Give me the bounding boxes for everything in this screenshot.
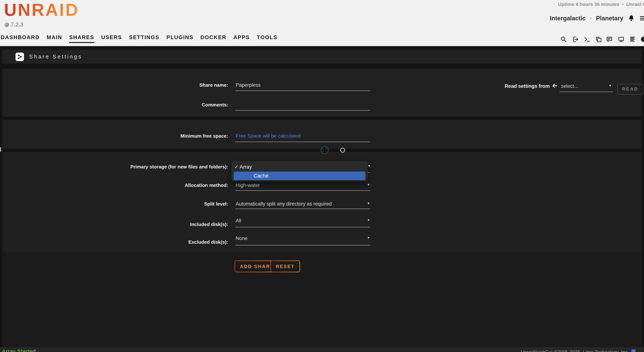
bell-icon[interactable] <box>628 15 635 22</box>
user-profile-icon[interactable] <box>640 36 644 43</box>
included-disks-label: Included disk(s): <box>0 221 228 228</box>
share-name-underline <box>235 90 370 91</box>
form-section-identity <box>2 69 642 116</box>
copyright-text: Unraid/webGui ©2005-2025, Lime Technolog… <box>521 349 629 352</box>
primary-storage-dropdown-menu: ✓ Array Cache <box>232 162 367 181</box>
page-title: Share Settings <box>29 54 82 60</box>
chevron-down-icon[interactable]: ▼ <box>367 218 370 222</box>
chevron-down-icon[interactable]: ▼ <box>367 202 370 205</box>
server-name: Intergalactic <box>550 15 586 22</box>
search-icon[interactable] <box>560 36 567 43</box>
chevron-down-icon[interactable]: ▼ <box>367 236 370 240</box>
split-level-underline <box>235 209 370 209</box>
sign-out-icon[interactable] <box>572 36 579 43</box>
reset-button[interactable]: RESET <box>270 260 300 272</box>
excluded-disks-select[interactable]: None <box>236 235 248 242</box>
nav-utility-icons <box>0 36 644 44</box>
move-cursor-icon <box>320 146 329 154</box>
min-free-space-label: Minimum free space: <box>0 133 228 139</box>
uptime-text: Uptime 4 hours 36 minutes <box>558 2 619 7</box>
server-description: Planetary <box>596 15 623 22</box>
min-free-space-input[interactable]: Free Space will be calculated <box>236 133 300 139</box>
share-name-input[interactable]: Paperpless <box>236 82 260 88</box>
page-titlebar: Share Settings <box>2 50 642 64</box>
comments-label: Comments: <box>0 102 228 108</box>
min-free-space-underline <box>235 142 370 142</box>
chevron-down-icon[interactable]: ▼ <box>608 84 612 88</box>
arrow-left-icon <box>552 83 558 90</box>
terminal-icon[interactable] <box>584 36 591 43</box>
separator-dot: • <box>622 2 624 7</box>
dropdown-option-cache[interactable]: Cache <box>234 172 365 180</box>
version-dot-icon <box>4 22 9 27</box>
split-level-select[interactable]: Automatically split any directory as req… <box>236 201 332 207</box>
footer: Array Started Unraid/webGui ©2005-2025, … <box>0 347 644 352</box>
os-edition-text: Unraid OS Starter <box>626 2 644 7</box>
monitor-icon[interactable] <box>618 36 625 43</box>
allocation-method-select[interactable]: High-water <box>236 182 260 188</box>
array-status: Array Started <box>2 348 36 352</box>
unraid-logo[interactable]: UNRAID <box>4 0 79 19</box>
flag-icon[interactable] <box>632 350 636 352</box>
form-section-actions <box>2 252 642 347</box>
allocation-method-label: Allocation method: <box>0 182 228 188</box>
check-icon: ✓ <box>234 164 238 170</box>
chevron-down-icon[interactable]: ▼ <box>368 164 371 168</box>
share-icon <box>16 52 24 61</box>
screen-edge-artifact <box>0 147 1 152</box>
read-settings-label: Read settings from <box>470 83 550 89</box>
header: UNRAID 7.2.3 Uptime 4 hours 36 minutes•U… <box>0 0 644 46</box>
version-badge: 7.2.3 <box>4 22 24 28</box>
copy-icon[interactable] <box>595 36 602 43</box>
read-settings-select[interactable]: select... <box>561 83 578 89</box>
comments-underline <box>235 110 370 110</box>
excluded-disks-underline <box>235 245 370 245</box>
read-button[interactable]: READ <box>617 84 643 94</box>
click-indicator-icon <box>340 148 345 152</box>
dropdown-option-array[interactable]: ✓ Array <box>232 163 367 171</box>
hamburger-menu-icon[interactable] <box>639 15 644 22</box>
included-disks-select[interactable]: All <box>236 218 241 224</box>
share-name-label: Share name: <box>0 82 228 88</box>
feedback-icon[interactable] <box>606 36 613 43</box>
separator-dot: • <box>590 16 592 21</box>
unraid-share-settings-page: UNRAID 7.2.3 Uptime 4 hours 36 minutes•U… <box>0 0 644 352</box>
allocation-method-underline <box>235 190 370 191</box>
included-disks-underline <box>235 227 370 227</box>
chevron-down-icon[interactable]: ▼ <box>367 183 370 187</box>
log-icon[interactable] <box>629 36 636 43</box>
split-level-label: Split level: <box>0 201 228 207</box>
primary-storage-label: Primary storage (for new files and folde… <box>0 164 228 170</box>
uptime-status: Uptime 4 hours 36 minutes•Unraid OS Star… <box>558 2 644 7</box>
version-number: 7.2.3 <box>11 22 24 28</box>
server-identity: Intergalactic • Planetary <box>550 15 644 22</box>
excluded-disks-label: Excluded disk(s): <box>0 239 228 245</box>
read-settings-underline <box>560 92 613 92</box>
